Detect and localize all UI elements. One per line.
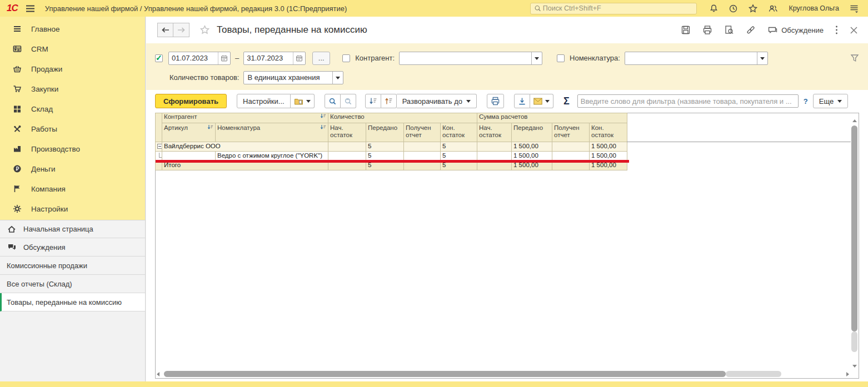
nomenclature-cell[interactable]: Ведро с отжимом круглое ("YORK") [216,152,328,161]
expand-all-button[interactable] [365,94,381,108]
search-next-button[interactable] [341,94,356,108]
sidebar-item-home[interactable]: Начальная страница [0,220,145,238]
sidebar-item-crm[interactable]: CRM [0,39,145,59]
favorites-star-icon[interactable] [748,4,758,13]
value-cell[interactable] [328,152,366,161]
nomenclature-checkbox[interactable] [557,54,565,62]
collapse-group-icon[interactable] [157,144,162,149]
scroll-right-arrow[interactable] [845,370,851,378]
dropdown-button[interactable] [757,52,767,64]
more-kebab-icon[interactable] [835,25,838,35]
sidebar-item-works[interactable]: Работы [0,119,145,139]
date-to-input[interactable] [244,54,293,62]
send-mail-button[interactable] [530,94,553,108]
print-button[interactable] [487,94,504,108]
column-header-qty-begin[interactable]: Нач. остаток [328,123,366,142]
scroll-up-arrow[interactable] [851,118,858,123]
generate-button[interactable]: Сформировать [155,94,227,108]
value-cell[interactable]: 1 500,00 [512,142,552,152]
sidebar-item-main[interactable]: Главное [0,19,145,39]
quick-filter-input[interactable] [578,97,798,105]
value-cell[interactable]: 5 [441,142,477,152]
settings-button[interactable]: Настройки... [237,94,291,108]
scroll-left-arrow[interactable] [155,370,161,378]
column-header-sum-report[interactable]: Получен отчет [552,123,590,142]
filter-funnel-icon[interactable] [850,54,859,62]
calendar-icon[interactable] [218,52,230,64]
value-cell[interactable] [477,152,512,161]
horizontal-scroll-thumb[interactable] [164,371,726,377]
counterparty-checkbox[interactable] [342,54,350,62]
value-cell[interactable]: 5 [366,142,404,152]
back-button[interactable] [157,23,173,37]
tab-goods-on-commission[interactable]: Товары, переданные на комиссию [0,293,145,311]
sidebar-item-company[interactable]: Компания [0,179,145,199]
column-header-sum-begin[interactable]: Нач. остаток [477,123,512,142]
service-menu-icon[interactable] [849,4,859,13]
nomenclature-label[interactable]: Номенклатура: [570,54,620,62]
sidebar-item-warehouse[interactable]: Склад [0,99,145,119]
nomenclature-field[interactable] [625,52,768,65]
vertical-scrollbar[interactable] [851,118,858,369]
counterparty-field[interactable] [399,52,542,65]
dropdown-button[interactable] [531,52,542,64]
counterparty-input[interactable] [400,54,531,62]
sidebar-item-purchases[interactable]: Закупки [0,79,145,99]
dropdown-button[interactable] [332,72,343,84]
collapse-all-button[interactable] [381,94,397,108]
forward-button[interactable] [173,23,189,37]
column-header-sum-transferred[interactable]: Передано [512,123,552,142]
date-to-field[interactable] [243,52,306,65]
search-button[interactable] [325,94,341,108]
notifications-bell-icon[interactable] [709,4,719,13]
global-search[interactable] [530,3,697,14]
value-cell[interactable]: 5 [441,152,477,161]
choose-period-button[interactable]: ... [312,52,330,65]
link-icon[interactable] [746,25,756,35]
sidebar-item-production[interactable]: Производство [0,139,145,159]
group-name-cell[interactable]: Вайлдберрис ООО [162,142,328,152]
save-result-button[interactable] [514,94,530,108]
sort-icon[interactable] [320,124,326,130]
tab-commission-sales[interactable]: Комиссионные продажи [0,257,145,275]
history-clock-icon[interactable] [729,4,738,13]
tab-all-reports-warehouse[interactable]: Все отчеты (Склад) [0,275,145,293]
print-icon[interactable] [702,25,712,35]
sidebar-item-settings[interactable]: Настройки [0,199,145,219]
column-header-quantity[interactable]: Количество [328,113,477,123]
article-cell[interactable] [162,152,216,161]
close-icon[interactable] [850,26,858,34]
column-header-counterparty[interactable]: Контрагент [162,113,328,123]
sidebar-item-money[interactable]: Деньги [0,159,145,179]
value-cell[interactable] [404,142,441,152]
report-variants-button[interactable] [291,94,315,108]
value-cell[interactable]: 5 [366,152,404,161]
vertical-scroll-thumb[interactable] [851,125,857,331]
value-cell[interactable] [477,142,512,152]
value-cell[interactable]: 1 500,00 [590,142,627,152]
preview-icon[interactable] [724,25,734,35]
main-hamburger-icon[interactable] [26,4,35,13]
discussion-button[interactable]: Обсуждение [767,26,824,35]
more-button[interactable]: Еще [813,94,848,108]
date-from-field[interactable] [168,52,231,65]
period-checkbox[interactable] [155,54,163,62]
quick-filter-field[interactable] [577,94,799,108]
calendar-icon[interactable] [293,52,305,64]
save-icon[interactable] [681,25,691,35]
scroll-down-arrow[interactable] [851,364,858,369]
nomenclature-input[interactable] [625,54,757,62]
column-header-sum-end[interactable]: Кон. остаток [590,123,627,142]
sort-icon[interactable] [320,113,326,119]
value-cell[interactable] [552,152,590,161]
value-cell[interactable]: 1 500,00 [590,152,627,161]
autosum-sigma-icon[interactable]: Σ [563,96,570,107]
column-header-settlement[interactable]: Сумма расчетов [477,113,627,123]
current-user-name[interactable]: Круглова Ольга [789,4,839,12]
sidebar-item-sales[interactable]: Продажи [0,59,145,79]
sidebar-item-discussions[interactable]: Обсуждения [0,238,145,257]
favorite-star-icon[interactable] [199,25,210,35]
quantity-mode-field[interactable]: В единицах хранения [243,71,343,84]
expand-to-button[interactable]: Разворачивать до [397,94,477,108]
column-header-qty-report[interactable]: Получен отчет [404,123,441,142]
